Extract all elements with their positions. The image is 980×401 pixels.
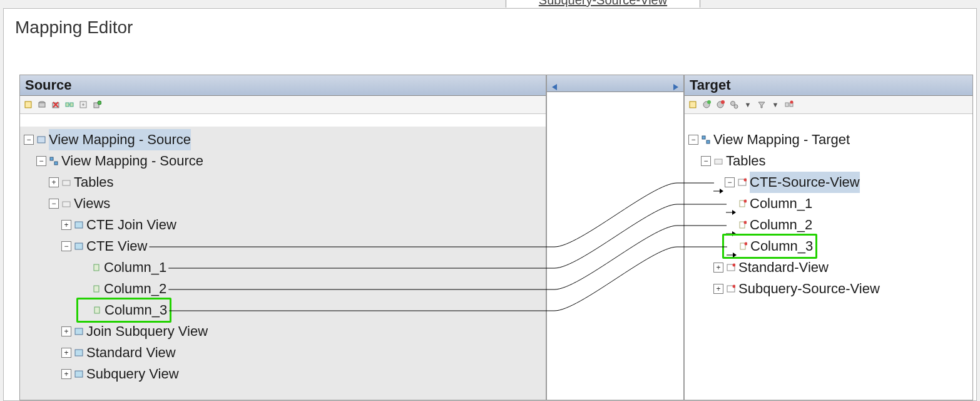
source-tb-link-icon[interactable]	[64, 99, 75, 110]
source-ctejoin-node[interactable]: + CTE Join View	[20, 214, 546, 236]
expand-icon[interactable]: +	[61, 348, 71, 358]
svg-rect-4	[66, 103, 69, 107]
svg-rect-18	[94, 286, 99, 292]
nav-right-icon[interactable]	[671, 79, 680, 88]
folder-icon	[713, 156, 723, 166]
nav-left-icon[interactable]	[551, 79, 559, 88]
source-sub2-node[interactable]: + Subquery View	[20, 363, 546, 385]
target-tb-dropdown2-icon[interactable]: ▼	[770, 99, 781, 110]
target-tb-linkred-icon[interactable]	[783, 99, 795, 110]
spacer	[80, 263, 89, 272]
column-icon	[737, 199, 747, 209]
source-sub-node[interactable]: − View Mapping - Source	[20, 150, 546, 172]
collapse-icon[interactable]: −	[725, 177, 735, 187]
source-col1-node[interactable]: Column_1	[20, 257, 546, 278]
expand-icon[interactable]: +	[61, 326, 71, 336]
svg-marker-23	[552, 84, 557, 90]
mapping-icon	[49, 156, 59, 166]
source-tb-add-icon[interactable]	[91, 99, 103, 110]
svg-rect-32	[785, 103, 789, 107]
source-pane-title: Source	[25, 77, 72, 93]
svg-rect-15	[75, 222, 83, 228]
svg-rect-14	[63, 202, 70, 207]
svg-rect-19	[94, 307, 100, 313]
collapse-icon[interactable]: −	[49, 199, 59, 209]
svg-rect-36	[707, 140, 710, 143]
target-col3-node[interactable]: Column_3	[685, 236, 972, 257]
mapping-icon	[701, 135, 711, 145]
target-tb-new-icon[interactable]	[687, 99, 698, 110]
source-tb-export-icon[interactable]	[78, 99, 89, 110]
svg-point-29	[721, 100, 725, 104]
svg-rect-5	[70, 103, 73, 107]
source-col2-node[interactable]: Column_2	[20, 278, 546, 299]
source-toolbar	[20, 96, 546, 114]
target-tables-label: Tables	[726, 150, 766, 172]
target-tb-gear-add-icon[interactable]	[701, 99, 712, 110]
svg-rect-0	[25, 102, 31, 108]
source-root-label: View Mapping - Source	[49, 129, 191, 150]
folder-icon	[61, 177, 71, 187]
mapped-arrow-icon	[726, 200, 736, 207]
svg-marker-51	[733, 253, 737, 258]
target-tree: − View Mapping - Target − Tables − CTE-S…	[685, 127, 972, 400]
mapped-arrow-icon	[726, 222, 736, 228]
target-tables-node[interactable]: − Tables	[685, 150, 972, 172]
source-sub2-label: Subquery View	[86, 363, 179, 385]
target-root-label: View Mapping - Target	[713, 129, 850, 150]
target-ctesrc-label: CTE-Source-View	[750, 172, 860, 193]
view-icon	[74, 241, 84, 251]
target-std-node[interactable]: + Standard-View	[685, 257, 972, 278]
expand-icon[interactable]: +	[713, 284, 723, 294]
svg-point-31	[734, 105, 738, 108]
source-cteview-node[interactable]: − CTE View	[20, 236, 546, 257]
source-std-node[interactable]: + Standard View	[20, 342, 546, 363]
collapse-icon[interactable]: −	[36, 156, 46, 166]
source-joinsub-node[interactable]: + Join Subquery View	[20, 321, 546, 342]
source-tb-delete-icon[interactable]	[50, 99, 61, 110]
collapse-icon[interactable]: −	[24, 135, 34, 145]
target-subsrc-node[interactable]: + Subquery-Source-View	[685, 278, 972, 299]
source-views-node[interactable]: − Views	[20, 193, 546, 214]
spacer	[80, 284, 89, 293]
target-col2-node[interactable]: Column_2	[685, 214, 972, 236]
collapse-icon[interactable]: −	[701, 156, 711, 166]
column-icon	[91, 263, 101, 273]
collapse-icon[interactable]: −	[61, 241, 71, 251]
target-ctesrc-node[interactable]: − CTE-Source-View	[685, 172, 972, 193]
source-views-label: Views	[74, 193, 110, 214]
source-tb-new-icon[interactable]	[23, 99, 34, 110]
expand-icon[interactable]: +	[49, 177, 59, 187]
svg-marker-24	[673, 84, 678, 90]
target-tb-gears-icon[interactable]	[728, 99, 740, 110]
svg-rect-16	[75, 243, 83, 249]
source-root-node[interactable]: − View Mapping - Source	[20, 129, 546, 150]
source-joinsub-label: Join Subquery View	[86, 321, 208, 342]
source-tb-db-icon[interactable]	[36, 99, 48, 110]
collapse-icon[interactable]: −	[688, 135, 698, 145]
background-tab-label: Subquery-Source-View	[539, 0, 667, 7]
source-col3-node[interactable]: Column_3	[20, 299, 546, 321]
target-std-label: Standard-View	[738, 257, 829, 278]
svg-rect-13	[63, 180, 70, 185]
source-std-label: Standard View	[86, 342, 176, 363]
svg-point-34	[790, 101, 794, 104]
target-col1-node[interactable]: Column_1	[685, 193, 972, 214]
svg-rect-21	[75, 350, 83, 356]
target-root-node[interactable]: − View Mapping - Target	[685, 129, 972, 150]
column-icon	[92, 305, 102, 315]
target-tb-dropdown1-icon[interactable]: ▼	[742, 99, 753, 110]
view-icon	[74, 326, 84, 336]
expand-icon[interactable]: +	[61, 220, 71, 230]
folder-icon	[61, 199, 71, 209]
spacer	[81, 306, 89, 315]
svg-rect-20	[75, 328, 83, 335]
target-tb-filter-icon[interactable]	[756, 99, 767, 110]
expand-icon[interactable]: +	[713, 263, 723, 273]
source-ctejoin-label: CTE Join View	[86, 214, 176, 236]
svg-marker-39	[720, 189, 723, 194]
svg-rect-2	[39, 103, 45, 107]
expand-icon[interactable]: +	[61, 369, 71, 379]
target-tb-gear-del-icon[interactable]	[715, 99, 726, 110]
source-tables-node[interactable]: + Tables	[20, 172, 546, 193]
